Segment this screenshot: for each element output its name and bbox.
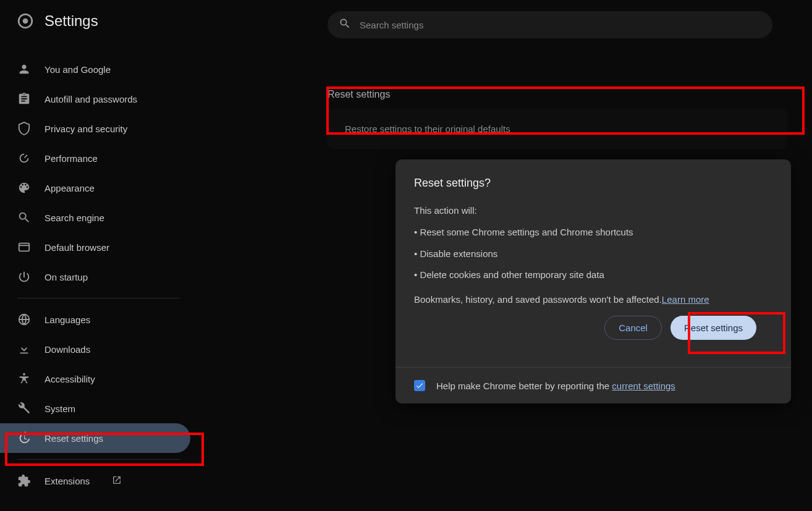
sidebar-item-label: Privacy and security <box>44 124 127 134</box>
dialog-title: Reset settings? <box>414 177 772 190</box>
sidebar-item-privacy[interactable]: Privacy and security <box>0 114 198 143</box>
row-label: Restore settings to their original defau… <box>345 124 510 134</box>
sidebar-item-label: Reset settings <box>44 433 103 444</box>
sidebar-item-label: Autofill and passwords <box>44 94 137 104</box>
svg-point-1 <box>23 19 28 24</box>
sidebar-item-search-engine[interactable]: Search engine <box>0 203 198 232</box>
sidebar-item-label: Default browser <box>44 242 109 253</box>
sidebar-item-label: Languages <box>44 315 90 325</box>
search-input[interactable] <box>360 20 761 30</box>
sidebar-item-label: Search engine <box>44 213 104 223</box>
sidebar-item-default-browser[interactable]: Default browser <box>0 232 198 262</box>
dialog-bullet: • Delete cookies and other temporary sit… <box>414 268 772 283</box>
restore-defaults-row[interactable]: Restore settings to their original defau… <box>328 109 787 149</box>
extension-icon <box>17 474 31 488</box>
speedometer-icon <box>17 151 31 165</box>
sidebar: You and Google Autofill and passwords Pr… <box>0 49 198 500</box>
clipboard-icon <box>17 92 31 106</box>
reset-settings-dialog: Reset settings? This action will: • Rese… <box>395 159 791 403</box>
globe-icon <box>17 313 31 326</box>
sidebar-item-label: Downloads <box>44 344 90 355</box>
divider <box>17 298 180 298</box>
dialog-body: Reset settings? This action will: • Rese… <box>395 159 791 367</box>
search-icon <box>17 211 31 224</box>
sidebar-item-extensions[interactable]: Extensions <box>0 466 198 496</box>
reset-settings-button[interactable]: Reset settings <box>670 316 756 340</box>
dialog-bullet: • Reset some Chrome settings and Chrome … <box>414 225 772 240</box>
sidebar-item-reset-settings[interactable]: Reset settings <box>0 423 190 453</box>
sidebar-item-you-and-google[interactable]: You and Google <box>0 54 198 84</box>
sidebar-item-label: Accessibility <box>44 374 95 384</box>
palette-icon <box>17 181 31 195</box>
dialog-buttons: Cancel Reset settings <box>414 305 772 353</box>
cancel-button[interactable]: Cancel <box>604 316 662 340</box>
section-title: Reset settings <box>328 89 787 100</box>
sidebar-item-languages[interactable]: Languages <box>0 305 198 334</box>
accessibility-icon <box>17 372 31 386</box>
power-icon <box>17 270 31 284</box>
sidebar-item-label: On startup <box>44 272 88 282</box>
external-link-icon <box>112 475 122 487</box>
sidebar-item-downloads[interactable]: Downloads <box>0 334 198 364</box>
search-box[interactable] <box>328 11 772 38</box>
download-icon <box>17 342 31 356</box>
sidebar-item-autofill[interactable]: Autofill and passwords <box>0 84 198 114</box>
sidebar-item-performance[interactable]: Performance <box>0 143 198 173</box>
divider <box>17 459 180 460</box>
chrome-icon <box>17 13 33 29</box>
dialog-footer: Help make Chrome better by reporting the… <box>395 367 791 403</box>
sidebar-item-on-startup[interactable]: On startup <box>0 262 198 292</box>
shield-icon <box>17 122 31 135</box>
history-icon <box>17 431 31 445</box>
sidebar-item-appearance[interactable]: Appearance <box>0 173 198 203</box>
report-checkbox[interactable] <box>414 380 425 391</box>
dialog-lead: This action will: <box>414 203 772 219</box>
sidebar-item-label: You and Google <box>44 64 111 75</box>
search-icon <box>339 17 351 32</box>
sidebar-item-label: Extensions <box>44 476 90 486</box>
wrench-icon <box>17 402 31 415</box>
person-icon <box>17 62 31 76</box>
svg-point-5 <box>23 373 25 376</box>
dialog-bullet: • Disable extensions <box>414 247 772 262</box>
sidebar-item-label: Appearance <box>44 183 95 193</box>
sidebar-item-accessibility[interactable]: Accessibility <box>0 364 198 394</box>
page-title: Settings <box>44 12 98 30</box>
sidebar-item-label: System <box>44 403 75 414</box>
dialog-footer-text: Bookmarks, history, and saved passwords … <box>414 294 772 305</box>
svg-rect-2 <box>19 243 30 251</box>
main-content: Reset settings Restore settings to their… <box>328 11 787 149</box>
sidebar-item-label: Performance <box>44 153 98 164</box>
browser-icon <box>17 240 31 254</box>
dialog-text: This action will: • Reset some Chrome se… <box>414 203 772 283</box>
current-settings-link[interactable]: current settings <box>612 381 675 391</box>
sidebar-item-system[interactable]: System <box>0 394 198 423</box>
checkbox-label: Help make Chrome better by reporting the… <box>436 381 675 391</box>
learn-more-link[interactable]: Learn more <box>662 294 709 305</box>
